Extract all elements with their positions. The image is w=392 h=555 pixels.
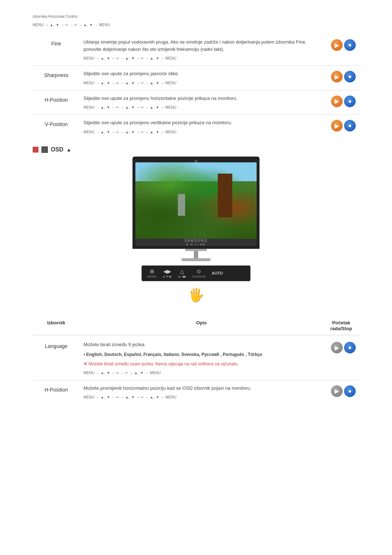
- osd-hposition-actions: ▶ ●: [327, 380, 359, 404]
- osd-section-header: OSD ▲: [33, 146, 359, 153]
- vol-icon: ◀▶: [163, 268, 171, 274]
- menu-label: MENU: [147, 275, 157, 278]
- hposition-actions: ▶ ●: [327, 90, 359, 115]
- hposition-buttons: ▶ ●: [331, 96, 356, 107]
- osd-settings-table: Language Možete birati između 9 jezika. …: [33, 337, 359, 404]
- menu-icon: ⊞: [150, 268, 154, 274]
- screen-tree-element: [218, 174, 232, 217]
- fine-description: Uklanja smetnje poput vodoravnih pruga. …: [83, 39, 324, 53]
- language-warning: ✕ Možete birati između osam jezika. Nema…: [83, 361, 324, 367]
- osd-hposition-buttons: ▶ ●: [331, 385, 356, 397]
- osd-arrow: ▲: [66, 147, 72, 153]
- vposition-nav: MENU → ▲, ▼ → ↵ → ▲, ▼ → ↵ → ▲, ▼ → MENU: [83, 129, 324, 135]
- sharpness-description: Slijedite ove upute za promjenu jasnoće …: [83, 70, 324, 77]
- vposition-description: Slijedite ove upute za promjenu vertikal…: [83, 119, 324, 126]
- hposition-btn-blue[interactable]: ●: [344, 96, 356, 107]
- hposition-nav: MENU → ▲, ▼ → ↵ → ▲, ▼ → ↵ → ▲, ▼ → MENU: [83, 105, 324, 110]
- hposition-description: Slijedite ove upute za promjenu horizont…: [83, 95, 324, 102]
- fine-buttons: ▶ ●: [331, 39, 356, 51]
- setting-desc-hposition: Slijedite ove upute za promjenu horizont…: [80, 90, 327, 115]
- sharpness-btn-blue[interactable]: ●: [344, 71, 356, 82]
- osd-hposition-desc: Možete promijeniti horizontalnu poziciju…: [83, 385, 324, 392]
- red-square-icon: [33, 147, 38, 153]
- osd-setting-desc-language: Možete birati između 9 jezika. • English…: [80, 337, 327, 380]
- fine-btn-blue[interactable]: ●: [344, 39, 356, 51]
- sharpness-btn-orange[interactable]: ▶: [331, 71, 343, 82]
- sharpness-nav: MENU → ▲, ▼ → ↵ → ▲, ▼ → ↵ → ▲, ▼ → MENU: [83, 80, 324, 86]
- panel-nav-button[interactable]: △ ▲/◀▶: [178, 268, 187, 278]
- samsung-brand-logo: SAMSUNG: [184, 239, 208, 243]
- auto-icon: AUTO: [212, 271, 223, 275]
- language-desc-list: • English, Deutsch, Español, Français, I…: [83, 351, 324, 358]
- table-row: Sharpness Slijedite ove upute za promjen…: [33, 66, 359, 90]
- monitor-top-bar: [135, 159, 257, 162]
- hand-cursor-area: 🖐: [188, 287, 204, 303]
- setting-desc-fine: Uklanja smetnje poput vodoravnih pruga. …: [80, 34, 327, 66]
- vposition-actions: ▶ ●: [327, 115, 359, 139]
- panel-auto-button[interactable]: AUTO: [212, 271, 223, 275]
- osd-hposition-btn-blue[interactable]: ●: [344, 385, 356, 397]
- panel-vol-button[interactable]: ◀▶ ▲▼/▶: [163, 268, 172, 278]
- monitor-bottom-bar: SAMSUNG ◀ ◀ ♦♦ ▶▶: [135, 239, 257, 246]
- dark-square-icon: [41, 146, 48, 153]
- fine-btn-orange[interactable]: ▶: [331, 39, 343, 51]
- table-row: H-Position Možete promijeniti horizontal…: [33, 380, 359, 404]
- col-header-izbornik: Izbornik: [33, 320, 80, 332]
- osd-hposition-btn-gray[interactable]: ▶: [331, 385, 343, 397]
- button-panel: ⊞ MENU ◀▶ ▲▼/▶ △ ▲/◀▶ ⊙ SOURCE AUTO: [142, 266, 250, 281]
- screen-garden-image: [135, 162, 257, 239]
- screen-pagoda-element: [178, 194, 185, 216]
- osd-title: OSD: [51, 146, 64, 153]
- source-label: SOURCE: [192, 275, 206, 278]
- language-nav: MENU → ▲, ▼ → ↵ → ↵ → ▲, ▼ → MENU: [83, 370, 324, 376]
- table-row: H-Position Slijedite ove upute za promje…: [33, 90, 359, 115]
- top-section: izbornika Horizontal Control. MENU → ▲, …: [33, 15, 359, 28]
- vposition-btn-blue[interactable]: ●: [344, 120, 356, 131]
- col-header-action: Početakrada/Stop: [323, 320, 359, 332]
- osd-setting-name-language: Language: [33, 337, 80, 380]
- setting-name-vposition: V-Position: [33, 115, 80, 139]
- monitor-sub-text: ◀ ◀ ♦♦ ▶▶: [186, 243, 207, 246]
- language-buttons: ▶ ●: [331, 342, 356, 353]
- source-icon: ⊙: [197, 268, 201, 274]
- language-btn-blue[interactable]: ●: [344, 342, 356, 353]
- table-row: Language Možete birati između 9 jezika. …: [33, 337, 359, 380]
- language-desc-main: Možete birati između 9 jezika.: [83, 341, 324, 348]
- setting-name-fine: Fine: [33, 34, 80, 66]
- osd-setting-desc-hposition: Možete promijeniti horizontalnu poziciju…: [80, 380, 327, 404]
- settings-table: Fine Uklanja smetnje poput vodoravnih pr…: [33, 34, 359, 139]
- table-row: V-Position Slijedite ove upute za promje…: [33, 115, 359, 139]
- vposition-buttons: ▶ ●: [331, 120, 356, 131]
- fine-actions: ▶ ●: [327, 34, 359, 66]
- hand-cursor-icon: 🖐: [188, 287, 204, 303]
- setting-desc-vposition: Slijedite ove upute za promjenu vertikal…: [80, 115, 327, 139]
- monitor-container: SAMSUNG ◀ ◀ ♦♦ ▶▶ ⊞ MENU ◀▶ ▲▼/▶ △ ▲/◀▶: [33, 157, 359, 310]
- panel-menu-button[interactable]: ⊞ MENU: [147, 268, 157, 278]
- vol-label: ▲▼/▶: [163, 275, 172, 278]
- monitor-stand-neck: [194, 251, 198, 258]
- top-menu-nav: MENU → ▲, ▼ → ↵ → ↵ → ▲, ▼ → MENU: [33, 23, 359, 27]
- panel-source-button[interactable]: ⊙ SOURCE: [192, 268, 206, 278]
- fine-nav: MENU → ▲, ▼ → ↵ → ▲, ▼ → ↵ → ▲, ▼ → MENU: [83, 56, 324, 61]
- table-row: Fine Uklanja smetnje poput vodoravnih pr…: [33, 34, 359, 66]
- nav-label: ▲/◀▶: [178, 275, 187, 278]
- osd-column-headers: Izbornik Opis Početakrada/Stop: [33, 317, 359, 336]
- nav-icon: △: [180, 268, 184, 274]
- setting-name-sharpness: Sharpness: [33, 66, 80, 90]
- horizontal-control-text: izbornika Horizontal Control.: [33, 15, 359, 19]
- monitor-frame: SAMSUNG ◀ ◀ ♦♦ ▶▶: [132, 157, 260, 249]
- osd-hposition-nav: MENU → ▲, ▼ → ↵ → ▲, ▼ → ↵ → ▲, ▼ → MENU: [83, 394, 324, 400]
- monitor-stand-base: [181, 258, 211, 261]
- sharpness-actions: ▶ ●: [327, 66, 359, 90]
- col-header-opis: Opis: [80, 320, 323, 332]
- hposition-btn-orange[interactable]: ▶: [331, 96, 343, 107]
- osd-setting-name-hposition: H-Position: [33, 380, 80, 404]
- language-btn-gray[interactable]: ▶: [331, 342, 343, 353]
- setting-desc-sharpness: Slijedite ove upute za promjenu jasnoće …: [80, 66, 327, 90]
- warning-x-icon: ✕: [83, 361, 87, 367]
- monitor-screen: [135, 162, 257, 239]
- vposition-btn-orange[interactable]: ▶: [331, 120, 343, 131]
- setting-name-hposition: H-Position: [33, 90, 80, 115]
- language-actions: ▶ ●: [327, 337, 359, 380]
- sharpness-buttons: ▶ ●: [331, 71, 356, 82]
